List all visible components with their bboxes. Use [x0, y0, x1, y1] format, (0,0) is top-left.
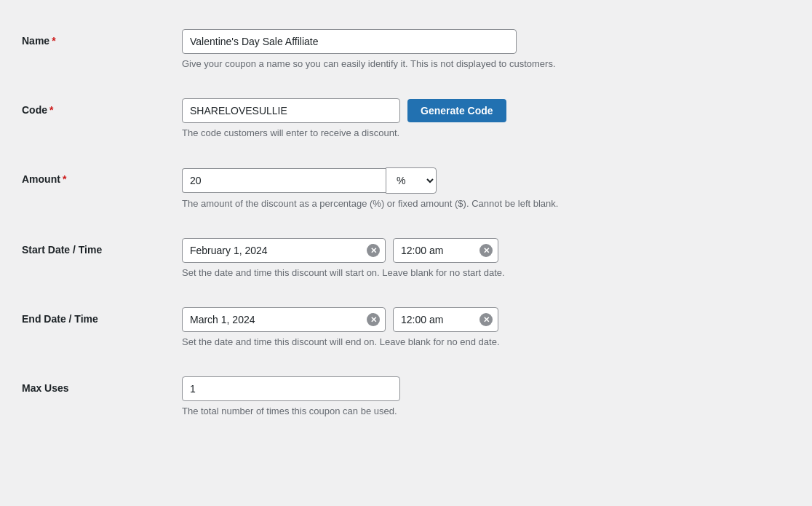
end-date-wrapper: ✕ — [182, 307, 386, 332]
name-input[interactable] — [182, 29, 517, 54]
max-uses-label: Max Uses — [22, 376, 182, 394]
amount-input[interactable] — [182, 168, 386, 193]
max-uses-field-cell: The total number of times this coupon ca… — [182, 376, 790, 416]
name-field-cell: Give your coupon a name so you can easil… — [182, 29, 790, 69]
page-wrapper: Name* Give your coupon a name so you can… — [0, 0, 812, 506]
start-time-clear-icon[interactable]: ✕ — [479, 244, 493, 257]
code-required-star: * — [49, 104, 53, 116]
name-required-star: * — [52, 35, 55, 47]
amount-label-text: Amount — [22, 173, 60, 185]
start-date-wrapper: ✕ — [182, 238, 386, 263]
end-date-help-text: Set the date and time this discount will… — [182, 336, 691, 347]
code-help-text: The code customers will enter to receive… — [182, 127, 691, 138]
max-uses-row: Max Uses The total number of times this … — [22, 362, 790, 431]
amount-row: Amount* % $ The amount of the discount a… — [22, 153, 790, 224]
code-field-cell: Generate Code The code customers will en… — [182, 98, 790, 138]
start-date-label: Start Date / Time — [22, 238, 182, 256]
start-date-label-text: Start Date / Time — [22, 244, 102, 256]
start-date-clear-icon[interactable]: ✕ — [367, 244, 380, 257]
start-date-input[interactable] — [182, 238, 386, 263]
end-date-clear-icon[interactable]: ✕ — [367, 313, 380, 326]
amount-input-row: % $ — [182, 167, 790, 194]
end-date-label-text: End Date / Time — [22, 313, 98, 325]
start-date-help-text: Set the date and time this discount will… — [182, 267, 691, 278]
code-label-text: Code — [22, 104, 47, 116]
name-label: Name* — [22, 29, 182, 47]
end-date-field-cell: ✕ ✕ Set the date and time this discount … — [182, 307, 790, 347]
start-date-field-cell: ✕ ✕ Set the date and time this discount … — [182, 238, 790, 278]
code-input-row: Generate Code — [182, 98, 790, 123]
end-date-row: End Date / Time ✕ ✕ Set the date and tim… — [22, 293, 790, 362]
end-time-clear-icon[interactable]: ✕ — [479, 313, 493, 326]
amount-unit-select[interactable]: % $ — [386, 167, 437, 194]
max-uses-help-text: The total number of times this coupon ca… — [182, 406, 691, 416]
end-date-time-row: ✕ ✕ — [182, 307, 790, 332]
max-uses-input[interactable] — [182, 376, 400, 401]
name-row: Name* Give your coupon a name so you can… — [22, 15, 790, 84]
start-date-row: Start Date / Time ✕ ✕ Set the date and t… — [22, 224, 790, 293]
code-label: Code* — [22, 98, 182, 116]
start-date-time-row: ✕ ✕ — [182, 238, 790, 263]
name-label-text: Name — [22, 35, 49, 47]
end-date-input[interactable] — [182, 307, 386, 332]
max-uses-label-text: Max Uses — [22, 382, 69, 394]
end-time-wrapper: ✕ — [393, 307, 498, 332]
generate-code-button[interactable]: Generate Code — [407, 99, 506, 122]
amount-field-cell: % $ The amount of the discount as a perc… — [182, 167, 790, 209]
start-time-wrapper: ✕ — [393, 238, 498, 263]
code-row: Code* Generate Code The code customers w… — [22, 84, 790, 153]
code-input[interactable] — [182, 98, 400, 123]
amount-label: Amount* — [22, 167, 182, 185]
amount-required-star: * — [63, 173, 66, 185]
amount-help-text: The amount of the discount as a percenta… — [182, 198, 691, 209]
end-date-label: End Date / Time — [22, 307, 182, 325]
name-help-text: Give your coupon a name so you can easil… — [182, 58, 691, 69]
